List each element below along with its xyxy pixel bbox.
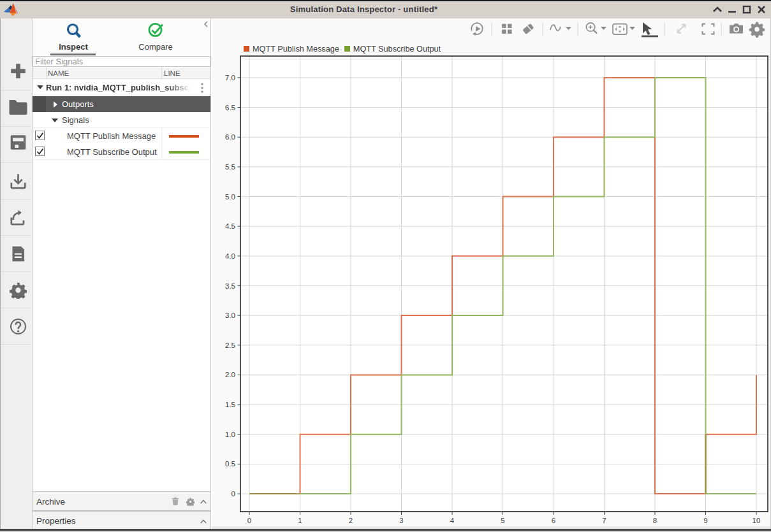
svg-text:6.0: 6.0 — [225, 133, 235, 141]
svg-text:2: 2 — [349, 517, 353, 524]
svg-text:1: 1 — [298, 517, 302, 524]
svg-text:4.5: 4.5 — [225, 222, 235, 230]
svg-text:6: 6 — [552, 517, 555, 524]
svg-text:4.0: 4.0 — [225, 252, 235, 260]
svg-text:6.5: 6.5 — [225, 104, 235, 111]
svg-text:2.0: 2.0 — [225, 371, 235, 378]
svg-text:3.0: 3.0 — [225, 312, 235, 319]
svg-text:4: 4 — [450, 517, 455, 524]
svg-text:9: 9 — [703, 517, 707, 524]
svg-text:7: 7 — [602, 517, 606, 524]
svg-text:1.0: 1.0 — [225, 431, 235, 438]
svg-text:3: 3 — [399, 517, 403, 524]
svg-text:0: 0 — [247, 517, 251, 524]
svg-text:0: 0 — [231, 490, 235, 498]
svg-text:0.5: 0.5 — [225, 460, 235, 468]
svg-text:7.0: 7.0 — [225, 74, 235, 82]
svg-text:8: 8 — [653, 517, 657, 524]
svg-text:10: 10 — [753, 517, 761, 524]
svg-text:3.5: 3.5 — [225, 282, 235, 290]
svg-text:5.0: 5.0 — [225, 193, 235, 201]
svg-text:5.5: 5.5 — [225, 163, 235, 171]
svg-text:1.5: 1.5 — [225, 401, 235, 408]
svg-text:5: 5 — [501, 517, 504, 524]
svg-text:2.5: 2.5 — [225, 341, 235, 349]
